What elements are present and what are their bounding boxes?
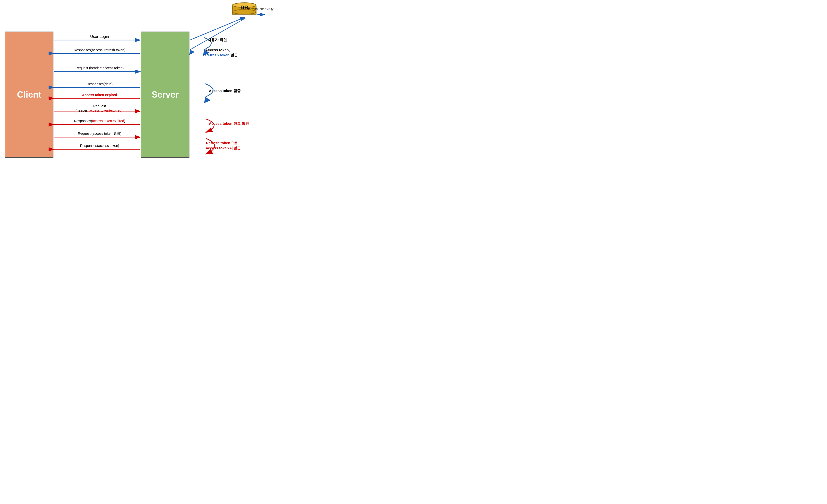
response-expired-label: Responses(access token expired) xyxy=(61,119,138,123)
client-box: Client xyxy=(5,32,53,158)
svg-line-15 xyxy=(190,17,245,40)
request-access-label: Request (header: access token) xyxy=(61,66,138,70)
access-expire-check-annotation: Access token 만료 확인 xyxy=(209,121,249,126)
refresh-reissue-annotation: Refresh token으로access token 재발급 xyxy=(206,140,241,151)
client-label: Client xyxy=(17,90,41,100)
response-tokens-label: Responses(access, refresh token) xyxy=(61,48,138,52)
token-issue-annotation: Access token, Refresh token 발급 xyxy=(205,47,238,57)
svg-line-16 xyxy=(190,18,245,50)
user-verify-annotation: 사용자 확인 xyxy=(208,38,227,42)
request-expired-label: Request(header: access token(expired)) xyxy=(61,104,138,113)
diagram: Client Server DB Refresh token 저장 xyxy=(0,0,276,168)
access-verify-annotation: Access token 검증 xyxy=(209,89,241,93)
server-label: Server xyxy=(152,90,179,100)
server-box: Server xyxy=(141,32,189,158)
user-login-label: User Login xyxy=(61,35,138,39)
access-token-expired-label: Access token expired xyxy=(61,93,138,97)
db-label: DB xyxy=(240,4,248,11)
refresh-token-store-label: Refresh token 저장 xyxy=(246,7,274,11)
response-data-label: Responses(data) xyxy=(61,82,138,86)
request-new-access-label: Request (access token 요청) xyxy=(61,132,138,136)
response-access-token-label: Responses(access token) xyxy=(61,144,138,148)
